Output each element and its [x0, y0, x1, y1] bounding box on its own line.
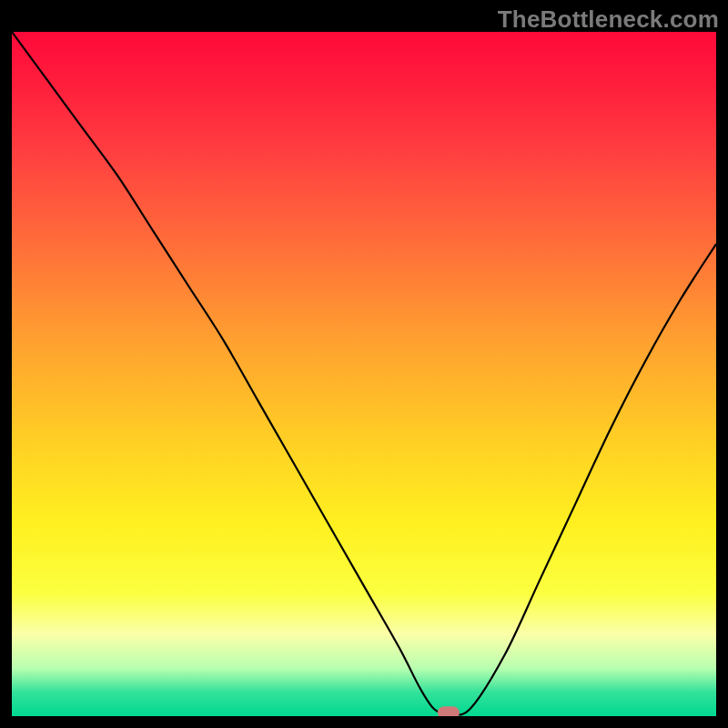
frame-bottom [0, 716, 728, 728]
watermark-text: TheBottleneck.com [498, 5, 719, 34]
plot-background [12, 32, 716, 716]
frame-right [716, 0, 728, 728]
frame-left [0, 0, 12, 728]
bottleneck-chart: TheBottleneck.com [0, 0, 728, 728]
chart-svg [0, 0, 728, 728]
